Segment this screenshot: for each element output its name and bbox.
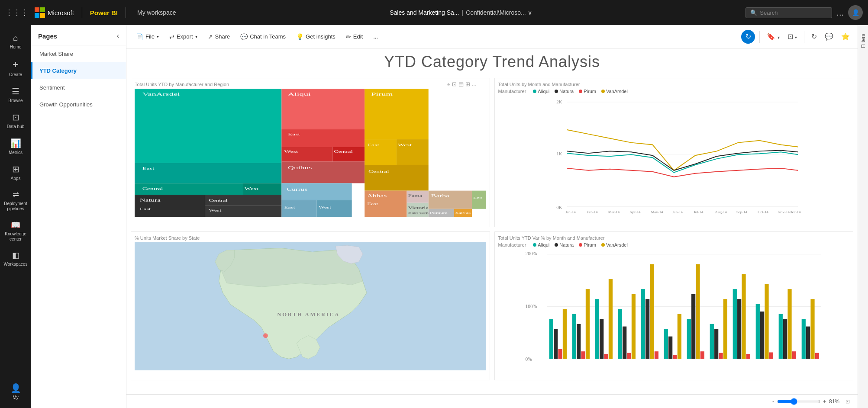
bar-mar-aliqui[interactable] [595, 299, 599, 359]
bar-nov-natura[interactable] [783, 319, 787, 359]
sidebar-item-workspaces[interactable]: ◧ Workspaces [2, 247, 29, 270]
bar-may-natura[interactable] [645, 299, 649, 359]
zoom-slider[interactable] [777, 398, 820, 405]
map-container[interactable]: NORTH AMERICA [135, 242, 486, 371]
treemap-currus[interactable] [281, 183, 352, 200]
bar-jun-natura[interactable] [668, 336, 672, 359]
page-item-market-share[interactable]: Market Share [31, 45, 126, 62]
page-item-ytd-category[interactable]: YTD Category [31, 62, 126, 79]
sidebar-item-apps[interactable]: ⊞ Apps [2, 161, 29, 185]
treemap-vanarsdel-east[interactable] [135, 163, 281, 183]
avatar[interactable]: 👤 [848, 5, 863, 20]
chart1-icon-more[interactable]: ... [472, 81, 477, 87]
export-button[interactable]: ⇄ Export ▾ [165, 31, 202, 43]
fit-page-button[interactable]: ⊡ [843, 398, 852, 405]
bar-sep-vanarsdel[interactable] [742, 274, 745, 359]
bar-apr-vanarsdel[interactable] [631, 294, 635, 359]
bar-nov-vanarsdel[interactable] [787, 289, 791, 359]
bar-jan-vanarsdel[interactable] [562, 309, 566, 359]
bar-feb-natura[interactable] [577, 324, 581, 359]
bar-dec-vanarsdel[interactable] [810, 299, 814, 359]
chart1-icon-expand[interactable]: ⊞ [465, 81, 470, 87]
search-input[interactable] [760, 10, 820, 16]
bar-jun-pirum[interactable] [673, 355, 677, 359]
bar-nov-aliqui[interactable] [778, 314, 782, 359]
treemap-vanarsdel[interactable] [135, 89, 281, 163]
bar-aug-aliqui[interactable] [710, 324, 713, 359]
bar-apr-aliqui[interactable] [618, 309, 622, 359]
bar-oct-vanarsdel[interactable] [765, 284, 768, 359]
bar-feb-aliqui[interactable] [572, 314, 576, 359]
bar-sep-pirum[interactable] [746, 353, 750, 359]
sidebar-item-knowledge-center[interactable]: 📖 Knowledge center [2, 217, 29, 245]
chat-in-teams-button[interactable]: 💬 Chat in Teams [236, 31, 290, 43]
bar-may-pirum[interactable] [654, 351, 658, 359]
bar-mar-natura[interactable] [600, 319, 603, 359]
sidebar-item-browse[interactable]: ☰ Browse [2, 83, 29, 107]
bar-sep-aliqui[interactable] [732, 289, 736, 359]
bar-aug-pirum[interactable] [719, 353, 723, 359]
sidebar-item-home[interactable]: ⌂ Home [2, 29, 29, 53]
chart1-icon-filter[interactable]: ▤ [458, 81, 464, 87]
bar-mar-vanarsdel[interactable] [608, 279, 612, 359]
bar-jul-vanarsdel[interactable] [696, 264, 700, 359]
search-box[interactable]: 🔍 [745, 7, 832, 18]
bar-mar-pirum[interactable] [604, 353, 608, 359]
chart1-icon-pin[interactable]: ⟐ [447, 81, 450, 87]
bar-dec-natura[interactable] [806, 326, 810, 359]
sidebar-item-my[interactable]: 👤 My [2, 379, 29, 404]
zoom-out-button[interactable]: - [772, 398, 774, 405]
map-marker-south[interactable] [263, 333, 268, 338]
bar-dec-aliqui[interactable] [801, 319, 805, 359]
bar-jul-natura[interactable] [691, 294, 695, 359]
bar-jan-aliqui[interactable] [549, 319, 553, 359]
sidebar-item-create[interactable]: + Create [2, 55, 29, 81]
comment-button[interactable]: 💬 [822, 31, 836, 42]
bookmark-button[interactable]: 🔖 ▾ [764, 31, 782, 42]
bar-jan-natura[interactable] [554, 329, 558, 359]
bar-jan-pirum[interactable] [558, 349, 562, 359]
treemap-leo[interactable] [472, 191, 486, 209]
bar-jun-vanarsdel[interactable] [677, 314, 681, 359]
bar-apr-pirum[interactable] [627, 353, 631, 359]
bar-oct-pirum[interactable] [769, 352, 773, 359]
get-insights-button[interactable]: 💡 Get insights [292, 31, 340, 43]
bar-nov-pirum[interactable] [792, 351, 796, 359]
bar-aug-vanarsdel[interactable] [723, 299, 727, 359]
sidebar-item-deployment-pipelines[interactable]: ⇌ Deployment pipelines [2, 186, 29, 215]
bar-oct-aliqui[interactable] [755, 304, 759, 359]
pages-collapse-button[interactable]: ‹ [117, 32, 119, 40]
bar-oct-natura[interactable] [760, 312, 764, 359]
filters-label[interactable]: Filters [860, 34, 866, 48]
more-options-button[interactable]: ... [369, 31, 382, 42]
grid-icon[interactable]: ⋮⋮⋮ [5, 8, 29, 17]
chart1-icon-copy[interactable]: ⊡ [452, 81, 457, 87]
bar-aug-natura[interactable] [714, 329, 718, 359]
file-button[interactable]: 📄 File ▾ [132, 31, 163, 43]
view-button[interactable]: ⊡ ▾ [785, 31, 800, 42]
sidebar-item-data-hub[interactable]: ⊡ Data hub [2, 109, 29, 133]
share-button[interactable]: ↗ Share [203, 31, 235, 43]
edit-button[interactable]: ✏ Edit [342, 31, 367, 43]
sidebar-item-metrics[interactable]: 📊 Metrics [2, 135, 29, 159]
bar-sep-natura[interactable] [737, 299, 741, 359]
bar-feb-vanarsdel[interactable] [585, 289, 589, 359]
subscribe-button[interactable]: ⭐ [839, 31, 852, 42]
bar-jun-aliqui[interactable] [664, 329, 668, 359]
bar-jul-aliqui[interactable] [687, 319, 691, 359]
bar-feb-pirum[interactable] [581, 351, 585, 359]
filters-panel[interactable]: Filters [858, 25, 868, 408]
topbar-more-button[interactable]: ... [836, 8, 844, 18]
zoom-in-button[interactable]: + [823, 398, 826, 405]
workspace-label[interactable]: My workspace [137, 9, 176, 16]
page-item-sentiment[interactable]: Sentiment [31, 79, 126, 96]
treemap-victoria[interactable] [407, 203, 429, 217]
bar-jul-pirum[interactable] [700, 351, 704, 359]
sensitivity-label[interactable]: Confidential\Microso... ∨ [466, 9, 532, 16]
bar-apr-natura[interactable] [623, 326, 626, 359]
treemap-aliqui-central[interactable] [332, 147, 365, 161]
bar-dec-pirum[interactable] [815, 353, 819, 359]
bar-may-aliqui[interactable] [641, 289, 645, 359]
refresh-button[interactable]: ↻ [741, 30, 755, 44]
page-item-growth-opportunities[interactable]: Growth Opportunities [31, 96, 126, 113]
